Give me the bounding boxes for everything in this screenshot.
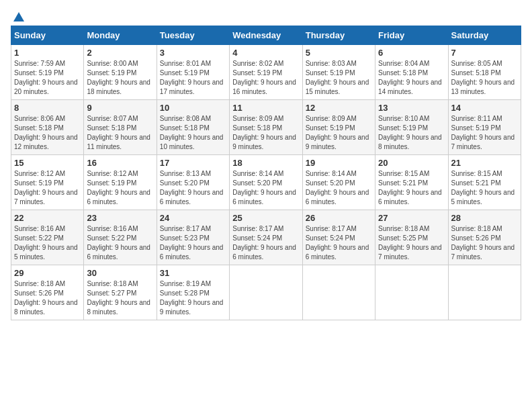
day-cell: 28Sunrise: 8:18 AMSunset: 5:26 PMDayligh… xyxy=(448,210,521,265)
day-cell: 20Sunrise: 8:15 AMSunset: 5:21 PMDayligh… xyxy=(375,155,448,210)
day-cell: 17Sunrise: 8:13 AMSunset: 5:20 PMDayligh… xyxy=(157,155,229,210)
day-of-week-friday: Friday xyxy=(375,26,448,45)
day-number: 26 xyxy=(306,213,372,223)
day-number: 30 xyxy=(87,268,153,278)
day-cell: 15Sunrise: 8:12 AMSunset: 5:19 PMDayligh… xyxy=(11,155,84,210)
day-number: 2 xyxy=(87,48,153,58)
day-number: 18 xyxy=(232,158,299,168)
day-info: Sunrise: 8:17 AMSunset: 5:24 PMDaylight:… xyxy=(232,224,299,262)
day-of-week-saturday: Saturday xyxy=(448,26,521,45)
day-number: 14 xyxy=(451,103,518,113)
empty-cell xyxy=(230,265,302,320)
day-info: Sunrise: 8:18 AMSunset: 5:26 PMDaylight:… xyxy=(14,279,81,317)
day-info: Sunrise: 8:10 AMSunset: 5:19 PMDaylight:… xyxy=(378,114,445,152)
day-cell: 19Sunrise: 8:14 AMSunset: 5:20 PMDayligh… xyxy=(302,155,375,210)
day-cell: 21Sunrise: 8:15 AMSunset: 5:21 PMDayligh… xyxy=(448,155,521,210)
svg-marker-0 xyxy=(13,12,24,21)
day-info: Sunrise: 8:16 AMSunset: 5:22 PMDaylight:… xyxy=(87,224,153,262)
day-info: Sunrise: 8:01 AMSunset: 5:19 PMDaylight:… xyxy=(160,59,226,97)
day-number: 19 xyxy=(306,158,372,168)
logo-icon xyxy=(12,11,26,24)
day-cell: 11Sunrise: 8:09 AMSunset: 5:18 PMDayligh… xyxy=(230,100,302,155)
day-info: Sunrise: 8:12 AMSunset: 5:19 PMDaylight:… xyxy=(87,169,153,207)
day-info: Sunrise: 8:19 AMSunset: 5:28 PMDaylight:… xyxy=(160,279,226,317)
day-number: 27 xyxy=(378,213,445,223)
day-number: 29 xyxy=(14,268,81,278)
empty-cell xyxy=(302,265,375,320)
day-number: 6 xyxy=(378,48,445,58)
day-cell: 25Sunrise: 8:17 AMSunset: 5:24 PMDayligh… xyxy=(230,210,302,265)
day-cell: 9Sunrise: 8:07 AMSunset: 5:18 PMDaylight… xyxy=(84,100,157,155)
day-info: Sunrise: 8:15 AMSunset: 5:21 PMDaylight:… xyxy=(451,169,518,207)
day-number: 11 xyxy=(232,103,299,113)
week-row-4: 22Sunrise: 8:16 AMSunset: 5:22 PMDayligh… xyxy=(11,210,521,265)
day-cell: 6Sunrise: 8:04 AMSunset: 5:18 PMDaylight… xyxy=(375,45,448,100)
day-cell: 2Sunrise: 8:00 AMSunset: 5:19 PMDaylight… xyxy=(84,45,157,100)
day-cell: 22Sunrise: 8:16 AMSunset: 5:22 PMDayligh… xyxy=(11,210,84,265)
empty-cell xyxy=(375,265,448,320)
day-cell: 30Sunrise: 8:18 AMSunset: 5:27 PMDayligh… xyxy=(84,265,157,320)
day-cell: 18Sunrise: 8:14 AMSunset: 5:20 PMDayligh… xyxy=(230,155,302,210)
day-info: Sunrise: 8:17 AMSunset: 5:24 PMDaylight:… xyxy=(306,224,372,262)
week-row-3: 15Sunrise: 8:12 AMSunset: 5:19 PMDayligh… xyxy=(11,155,521,210)
day-number: 21 xyxy=(451,158,518,168)
day-info: Sunrise: 8:18 AMSunset: 5:27 PMDaylight:… xyxy=(87,279,153,317)
day-number: 17 xyxy=(160,158,226,168)
logo xyxy=(11,11,26,20)
day-info: Sunrise: 8:14 AMSunset: 5:20 PMDaylight:… xyxy=(306,169,372,207)
empty-cell xyxy=(448,265,521,320)
calendar-table: SundayMondayTuesdayWednesdayThursdayFrid… xyxy=(11,26,521,320)
day-number: 13 xyxy=(378,103,445,113)
days-header-row: SundayMondayTuesdayWednesdayThursdayFrid… xyxy=(11,26,521,45)
week-row-2: 8Sunrise: 8:06 AMSunset: 5:18 PMDaylight… xyxy=(11,100,521,155)
day-cell: 12Sunrise: 8:09 AMSunset: 5:19 PMDayligh… xyxy=(302,100,375,155)
header xyxy=(11,11,521,20)
day-number: 1 xyxy=(14,48,81,58)
day-of-week-wednesday: Wednesday xyxy=(230,26,302,45)
day-info: Sunrise: 8:13 AMSunset: 5:20 PMDaylight:… xyxy=(160,169,226,207)
day-cell: 23Sunrise: 8:16 AMSunset: 5:22 PMDayligh… xyxy=(84,210,157,265)
day-info: Sunrise: 8:09 AMSunset: 5:18 PMDaylight:… xyxy=(232,114,299,152)
day-number: 4 xyxy=(232,48,299,58)
day-info: Sunrise: 8:16 AMSunset: 5:22 PMDaylight:… xyxy=(14,224,81,262)
day-number: 24 xyxy=(160,213,226,223)
day-number: 20 xyxy=(378,158,445,168)
day-cell: 29Sunrise: 8:18 AMSunset: 5:26 PMDayligh… xyxy=(11,265,84,320)
day-number: 7 xyxy=(451,48,518,58)
day-cell: 8Sunrise: 8:06 AMSunset: 5:18 PMDaylight… xyxy=(11,100,84,155)
day-cell: 24Sunrise: 8:17 AMSunset: 5:23 PMDayligh… xyxy=(157,210,229,265)
day-info: Sunrise: 8:00 AMSunset: 5:19 PMDaylight:… xyxy=(87,59,153,97)
day-of-week-thursday: Thursday xyxy=(302,26,375,45)
day-number: 22 xyxy=(14,213,81,223)
day-info: Sunrise: 8:07 AMSunset: 5:18 PMDaylight:… xyxy=(87,114,153,152)
day-info: Sunrise: 8:09 AMSunset: 5:19 PMDaylight:… xyxy=(306,114,372,152)
week-row-1: 1Sunrise: 7:59 AMSunset: 5:19 PMDaylight… xyxy=(11,45,521,100)
day-info: Sunrise: 8:11 AMSunset: 5:19 PMDaylight:… xyxy=(451,114,518,152)
day-info: Sunrise: 8:03 AMSunset: 5:19 PMDaylight:… xyxy=(306,59,372,97)
day-info: Sunrise: 8:18 AMSunset: 5:25 PMDaylight:… xyxy=(378,224,445,262)
day-cell: 27Sunrise: 8:18 AMSunset: 5:25 PMDayligh… xyxy=(375,210,448,265)
day-number: 16 xyxy=(87,158,153,168)
day-number: 31 xyxy=(160,268,226,278)
week-row-5: 29Sunrise: 8:18 AMSunset: 5:26 PMDayligh… xyxy=(11,265,521,320)
day-number: 8 xyxy=(14,103,81,113)
day-number: 5 xyxy=(306,48,372,58)
day-cell: 26Sunrise: 8:17 AMSunset: 5:24 PMDayligh… xyxy=(302,210,375,265)
day-cell: 31Sunrise: 8:19 AMSunset: 5:28 PMDayligh… xyxy=(157,265,229,320)
day-number: 9 xyxy=(87,103,153,113)
day-info: Sunrise: 8:12 AMSunset: 5:19 PMDaylight:… xyxy=(14,169,81,207)
day-number: 10 xyxy=(160,103,226,113)
day-cell: 10Sunrise: 8:08 AMSunset: 5:18 PMDayligh… xyxy=(157,100,229,155)
day-info: Sunrise: 8:05 AMSunset: 5:18 PMDaylight:… xyxy=(451,59,518,97)
day-info: Sunrise: 8:15 AMSunset: 5:21 PMDaylight:… xyxy=(378,169,445,207)
day-number: 23 xyxy=(87,213,153,223)
day-cell: 4Sunrise: 8:02 AMSunset: 5:19 PMDaylight… xyxy=(230,45,302,100)
day-info: Sunrise: 8:08 AMSunset: 5:18 PMDaylight:… xyxy=(160,114,226,152)
day-number: 15 xyxy=(14,158,81,168)
day-info: Sunrise: 8:04 AMSunset: 5:18 PMDaylight:… xyxy=(378,59,445,97)
day-number: 25 xyxy=(232,213,299,223)
day-info: Sunrise: 8:06 AMSunset: 5:18 PMDaylight:… xyxy=(14,114,81,152)
day-cell: 3Sunrise: 8:01 AMSunset: 5:19 PMDaylight… xyxy=(157,45,229,100)
day-info: Sunrise: 8:17 AMSunset: 5:23 PMDaylight:… xyxy=(160,224,226,262)
day-number: 12 xyxy=(306,103,372,113)
